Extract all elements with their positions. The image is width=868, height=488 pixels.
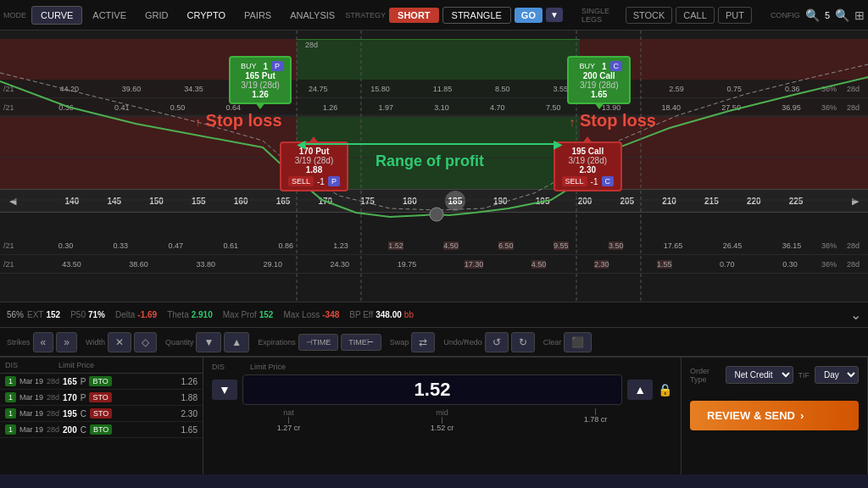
- order-type-select[interactable]: Net Credit: [726, 366, 793, 384]
- leg-2-action: 1: [5, 408, 16, 419]
- leg-3-price: 1.65: [181, 425, 198, 435]
- lock-button[interactable]: 🔒: [658, 383, 672, 396]
- order-type-label: Order Type: [690, 367, 721, 384]
- quantity-label: Quantity: [165, 338, 194, 347]
- leg-1-price: 1.88: [181, 393, 198, 402]
- tif-select[interactable]: Day: [815, 366, 859, 384]
- leg-2-days: 28d: [47, 409, 59, 418]
- buy-call-desc: 200 Call: [576, 71, 622, 80]
- tab-active[interactable]: ACTIVE: [84, 7, 135, 24]
- filter-icon[interactable]: ⊞: [854, 8, 865, 22]
- sell-call-c-badge: C: [602, 176, 615, 186]
- leg-0-date: Mar 19: [19, 377, 43, 385]
- width-adjust-btn[interactable]: ◇: [134, 332, 157, 352]
- leg-0-days: 28d: [47, 377, 59, 385]
- config-num: 5: [825, 10, 830, 20]
- swap-label: Swap: [390, 338, 409, 347]
- stock-button[interactable]: STOCK: [626, 7, 673, 24]
- leg-3-type: C: [81, 425, 86, 435]
- go-button[interactable]: GO: [515, 8, 542, 23]
- tab-analysis[interactable]: ANALYSIS: [281, 7, 343, 24]
- mid-detail: mid 1.52 cr: [431, 408, 454, 432]
- clear-btn[interactable]: ⬛: [564, 332, 592, 352]
- sell-call-num: -1: [591, 177, 598, 186]
- price-display: 1.52: [242, 374, 622, 405]
- order-entry: DIS Limit Price 1 Mar 19 28d 165 P BTO 1…: [0, 356, 868, 474]
- stat-delta: Delta -1.69: [115, 310, 157, 319]
- strikes-right-btn[interactable]: »: [56, 332, 77, 352]
- width-label: Width: [86, 338, 105, 347]
- call-button[interactable]: CALL: [676, 7, 715, 24]
- pricing-labels: DIS Limit Price: [212, 363, 672, 371]
- expirations-label: Expirations: [258, 338, 296, 347]
- exp-time-minus-btn[interactable]: ⊣TIME: [298, 334, 339, 351]
- range-profit-label: Range of profit: [376, 152, 484, 170]
- swap-btn[interactable]: ⇄: [411, 332, 435, 352]
- tab-crypto[interactable]: CRYPTO: [179, 7, 234, 24]
- stop-loss-right-label: ↑ Stop loss: [569, 111, 656, 130]
- undo-btn[interactable]: ↺: [485, 332, 509, 352]
- stop-loss-left-arrow: ↑: [195, 115, 201, 129]
- quantity-up-btn[interactable]: ▲: [224, 332, 249, 352]
- buy-put-desc: 165 Put: [237, 71, 283, 80]
- controls-bar: Strikes « » Width ✕ ◇ Quantity ▼ ▲ Expir…: [0, 327, 868, 356]
- buy-call-c-badge: C: [610, 61, 623, 71]
- config-section: CONFIG 🔍 5 🔍 ⊞: [771, 8, 865, 22]
- leg-1-type: P: [81, 393, 86, 402]
- put-button[interactable]: PUT: [718, 7, 752, 24]
- quantity-down-btn[interactable]: ▼: [196, 332, 221, 352]
- leg-0-price: 1.26: [181, 377, 198, 386]
- price-up-button[interactable]: ▲: [627, 380, 653, 400]
- exp-time-plus-btn[interactable]: TIME⊢: [341, 334, 381, 351]
- leg-2-strike: 195: [63, 409, 77, 419]
- limit-price-label: Limit Price: [250, 363, 286, 371]
- tab-curve[interactable]: CURVE: [31, 6, 82, 25]
- strangle-button[interactable]: STRANGLE: [442, 7, 511, 24]
- leg-1-date: Mar 19: [19, 393, 43, 402]
- sell-call-action: SELL: [562, 176, 587, 186]
- search-icon[interactable]: 🔍: [805, 8, 820, 22]
- price-down-button[interactable]: ▼: [212, 380, 237, 400]
- stop-loss-left-label: ↑ Stop loss: [195, 111, 282, 130]
- width-remove-btn[interactable]: ✕: [108, 332, 131, 352]
- expand-button[interactable]: ⌄: [850, 307, 861, 323]
- leg-3-days: 28d: [47, 425, 59, 434]
- leg-2-price: 2.30: [181, 409, 198, 419]
- strategy-dropdown[interactable]: ▼: [546, 8, 563, 22]
- nat-detail: nat 1.27 cr: [277, 408, 301, 432]
- tab-pairs[interactable]: PAIRS: [236, 7, 280, 24]
- order-header: DIS Limit Price: [0, 358, 203, 374]
- order-controls: Order Type Net Credit TIF Day REVIEW & S…: [682, 358, 868, 474]
- 28d-label: 28d: [305, 41, 318, 49]
- leg-row-3: 1 Mar 19 28d 200 C BTO 1.65: [0, 422, 203, 438]
- tab-grid[interactable]: GRID: [136, 7, 177, 24]
- price-input-row: ▼ 1.52 ▲ 🔒: [212, 374, 672, 405]
- sell-put-num: -1: [317, 177, 325, 186]
- buy-put-qty: 1: [264, 62, 269, 71]
- leg-3-strike: 200: [63, 425, 77, 435]
- redo-btn[interactable]: ↻: [511, 332, 535, 352]
- stat-bpeff: BP Eff 348.00 bb: [349, 310, 414, 319]
- sell-put-p-badge: P: [328, 176, 340, 186]
- leg-2-date: Mar 19: [19, 409, 43, 418]
- buy-call-qty: 1: [602, 62, 607, 71]
- svg-point-7: [430, 208, 443, 221]
- leg-0-bto: BTO: [89, 376, 111, 386]
- strikes-left-btn[interactable]: «: [33, 332, 54, 352]
- single-legs-label: SINGLE LEGS: [581, 7, 622, 24]
- strategy-label: STRATEGY: [345, 11, 386, 19]
- zoom-icon[interactable]: 🔍: [835, 8, 849, 22]
- stat-pct: 56%: [7, 310, 24, 319]
- dis-label: DIS: [212, 363, 225, 371]
- config-label: CONFIG: [771, 11, 800, 19]
- leg-2-sto: STO: [90, 408, 112, 419]
- strikes-section: Strikes « »: [7, 332, 77, 352]
- buy-put-date: 3/19 (28d): [237, 80, 283, 90]
- header-limit: Limit Price: [58, 361, 94, 369]
- leg-1-sto: STO: [89, 392, 111, 402]
- cr-detail: 1.78 cr: [584, 408, 608, 432]
- short-button[interactable]: SHORT: [389, 8, 439, 23]
- review-send-button[interactable]: REVIEW & SEND ›: [690, 401, 859, 430]
- sell-call-price: 2.30: [562, 165, 614, 175]
- leg-1-action: 1: [5, 392, 16, 402]
